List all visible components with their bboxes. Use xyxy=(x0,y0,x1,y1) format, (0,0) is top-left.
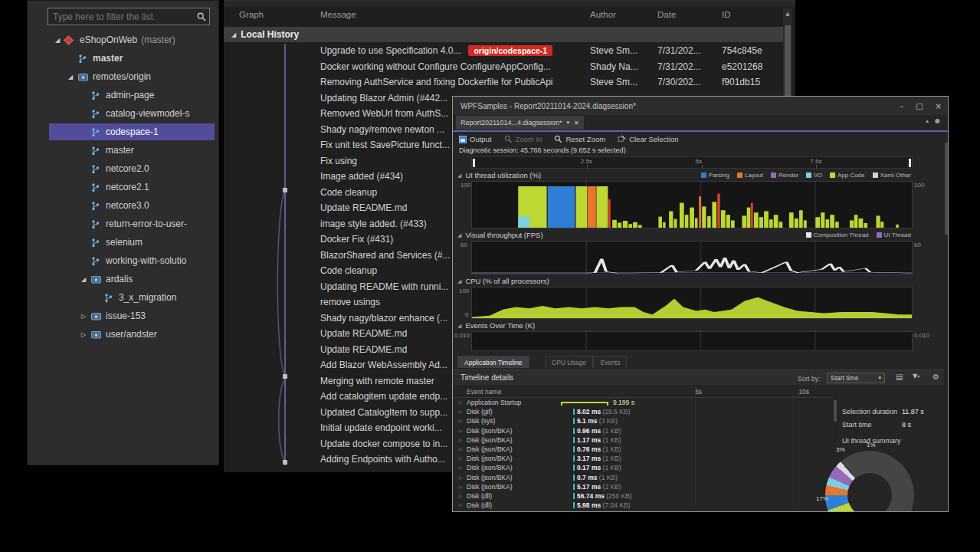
filter-icon[interactable]: ▼▾ xyxy=(913,373,919,380)
commit-message: Merging with remote master xyxy=(320,376,434,386)
row-expander-icon[interactable]: ▷ xyxy=(459,446,463,452)
tree-expander-icon[interactable]: ◢ xyxy=(68,74,78,80)
tree-item-master[interactable]: master xyxy=(49,142,215,159)
row-expander-icon[interactable]: ▷ xyxy=(459,502,463,508)
commit-message: Docker Fix (#431) xyxy=(320,234,393,245)
event-row[interactable]: ▷Disk (gif)8.02 ms (29.5 KB) xyxy=(459,408,831,417)
chart-plot-ui_thread[interactable] xyxy=(471,181,913,228)
profiler-titlebar[interactable]: WPFSamples - Report20211014-2024.diagses… xyxy=(453,97,948,115)
row-expander-icon[interactable]: ▷ xyxy=(459,455,463,461)
close-button[interactable]: × xyxy=(936,102,942,110)
row-expander-icon[interactable]: ▷ xyxy=(459,465,463,470)
search-icon[interactable] xyxy=(194,12,209,21)
window-scrollbar[interactable] xyxy=(944,132,949,511)
chart-header-cpu[interactable]: ◢CPU (% of all processors) xyxy=(457,276,549,286)
sort-by-dropdown[interactable]: Start time ▾ xyxy=(827,373,885,383)
local-history-group-header[interactable]: ◢ Local History xyxy=(224,27,783,42)
gear-icon[interactable]: ⚙ xyxy=(932,373,939,381)
tree-item-catalog-viewmodel-s[interactable]: catalog-viewmodel-s xyxy=(49,105,215,122)
column-header-author[interactable]: Author xyxy=(590,10,616,19)
tree-expander-icon[interactable]: ▷ xyxy=(81,313,91,320)
document-tab[interactable]: Report20211014...4.diagsession* ▾ ✕ xyxy=(456,116,584,130)
event-row[interactable]: ▷Disk (json/BKA)1.17 ms (1 KB) xyxy=(459,436,831,445)
event-row[interactable]: ▷Disk (json/BKA)5.17 ms (2 KB) xyxy=(459,483,831,492)
tree-item-label: codespace-1 xyxy=(106,127,159,137)
chart-plot-cpu[interactable] xyxy=(471,287,913,319)
scroll-up-icon[interactable]: ▲ xyxy=(783,8,792,17)
tab-application-timeline[interactable]: Application Timeline xyxy=(457,356,529,368)
tree-item-netcore2-0[interactable]: netcore2.0 xyxy=(49,160,215,177)
tree-item-netcore2-1[interactable]: netcore2.1 xyxy=(49,179,215,196)
tree-item-label: return-error-to-user- xyxy=(106,219,187,229)
chevron-down-icon[interactable]: ▾ xyxy=(566,120,569,126)
tree-item-issue-153[interactable]: ▷issue-153 xyxy=(49,307,215,324)
scrollbar-thumb[interactable] xyxy=(945,143,948,235)
close-tab-icon[interactable]: ✕ xyxy=(574,120,579,127)
reset-zoom-button[interactable]: Reset Zoom xyxy=(554,135,605,143)
tab-cpu-usage[interactable]: CPU Usage xyxy=(545,356,593,368)
event-row[interactable]: ▷Disk (json/BKA)0.76 ms (1 KB) xyxy=(459,445,831,455)
tree-item-codespace-1[interactable]: codespace-1 xyxy=(49,123,215,140)
column-header-date[interactable]: Date xyxy=(657,10,676,19)
event-row[interactable]: ▷Disk (json/BKA)0.7 ms (1 KB) xyxy=(459,474,831,483)
filter-input[interactable] xyxy=(48,12,194,22)
timeline-ruler[interactable]: 2.5s5s7.5s xyxy=(471,156,913,169)
event-row[interactable]: ▷Disk (json/BKA)0.96 ms (1 KB) xyxy=(459,427,831,436)
tree-item-master[interactable]: master xyxy=(49,50,215,67)
commit-row[interactable]: Upgrade to use Specification 4.0...origi… xyxy=(224,45,783,60)
row-expander-icon[interactable]: ▷ xyxy=(459,493,463,498)
event-row[interactable]: ▷Disk (json/BKA)0.17 ms (1 KB) xyxy=(459,464,831,473)
tree-item-user-andster[interactable]: ▷user/andster xyxy=(49,326,215,343)
row-expander-icon[interactable]: ▷ xyxy=(459,484,463,489)
tab-events[interactable]: Events xyxy=(593,356,627,368)
row-expander-icon[interactable]: ▷ xyxy=(459,399,463,405)
row-expander-icon[interactable]: ▷ xyxy=(459,475,463,480)
tree-item-netcore3-0[interactable]: netcore3.0 xyxy=(49,197,215,214)
scrollbar-thumb[interactable] xyxy=(834,400,837,422)
row-expander-icon[interactable]: ▷ xyxy=(459,428,463,433)
tree-item-selenium[interactable]: selenium xyxy=(49,234,215,251)
selection-handle-right[interactable] xyxy=(909,159,911,167)
tree-expander-icon[interactable]: ▷ xyxy=(81,331,91,338)
chart-header-events[interactable]: ◢Events Over Time (K) xyxy=(457,320,535,330)
overflow-icon[interactable]: ● xyxy=(935,117,940,124)
axis-label: 100 xyxy=(914,182,924,189)
chart-plot-fps[interactable] xyxy=(471,241,913,274)
event-name: Disk (json/BKA) xyxy=(467,474,513,481)
chart-header-ui_thread[interactable]: ◢UI thread utilization (%) xyxy=(457,170,541,180)
chart-header-fps[interactable]: ◢Visual throughput (FPS) xyxy=(457,230,543,240)
column-header-graph[interactable]: Graph xyxy=(239,10,264,19)
output-button[interactable]: Output xyxy=(459,135,492,143)
event-row[interactable]: ▷Disk (json/BKA)3.17 ms (1 KB) xyxy=(459,455,831,464)
row-expander-icon[interactable]: ▷ xyxy=(459,409,463,414)
tree-item-admin-page[interactable]: admin-page xyxy=(49,87,215,104)
tree-item-label: master xyxy=(93,53,123,64)
event-row[interactable]: ▷Application Startup9.199 s xyxy=(459,399,831,408)
tree-item-3-x-migration[interactable]: 3_x_migration xyxy=(49,289,215,306)
tree-item-ardalis[interactable]: ◢ardalis xyxy=(49,271,215,288)
tree-item-eshoponweb[interactable]: ◢eShopOnWeb(master) xyxy=(49,31,215,48)
selection-handle-left[interactable] xyxy=(473,159,475,167)
tree-expander-icon[interactable]: ◢ xyxy=(81,276,91,283)
row-expander-icon[interactable]: ▷ xyxy=(459,437,463,442)
chevron-up-icon[interactable]: ▴ xyxy=(926,117,929,124)
column-header-message[interactable]: Message xyxy=(320,10,356,19)
clear-selection-button[interactable]: Clear Selection xyxy=(618,135,678,143)
tree-item-label: remotes/origin xyxy=(93,71,151,82)
zoom-in-button[interactable]: Zoom In xyxy=(504,135,542,143)
minimize-button[interactable]: – xyxy=(900,102,903,110)
maximize-button[interactable]: □ xyxy=(916,102,923,110)
chart-plot-events[interactable] xyxy=(471,331,913,351)
event-row[interactable]: ▷Disk (sys)5.1 ms (3 KB) xyxy=(459,417,831,426)
tree-item-return-error-to-user-[interactable]: return-error-to-user- xyxy=(49,215,215,232)
list-view-icon[interactable]: ▤ xyxy=(896,373,903,381)
branch-badge[interactable]: origin/codespace-1 xyxy=(468,45,552,56)
event-row[interactable]: ▷Disk (dll)56.74 ms (250 KB) xyxy=(459,492,831,501)
tree-item-working-with-solutio[interactable]: working-with-solutio xyxy=(49,252,215,269)
event-row[interactable]: ▷Disk (dll)5.98 ms (7.04 KB) xyxy=(459,501,831,511)
commit-row[interactable]: Removing AuthService and fixing Dockerfi… xyxy=(224,77,783,91)
column-header-id[interactable]: ID xyxy=(722,10,731,19)
commit-row[interactable]: Docker working without Configure Configu… xyxy=(224,61,783,76)
tree-item-remotes-origin[interactable]: ◢remotes/origin xyxy=(49,68,215,85)
row-expander-icon[interactable]: ▷ xyxy=(459,418,463,423)
